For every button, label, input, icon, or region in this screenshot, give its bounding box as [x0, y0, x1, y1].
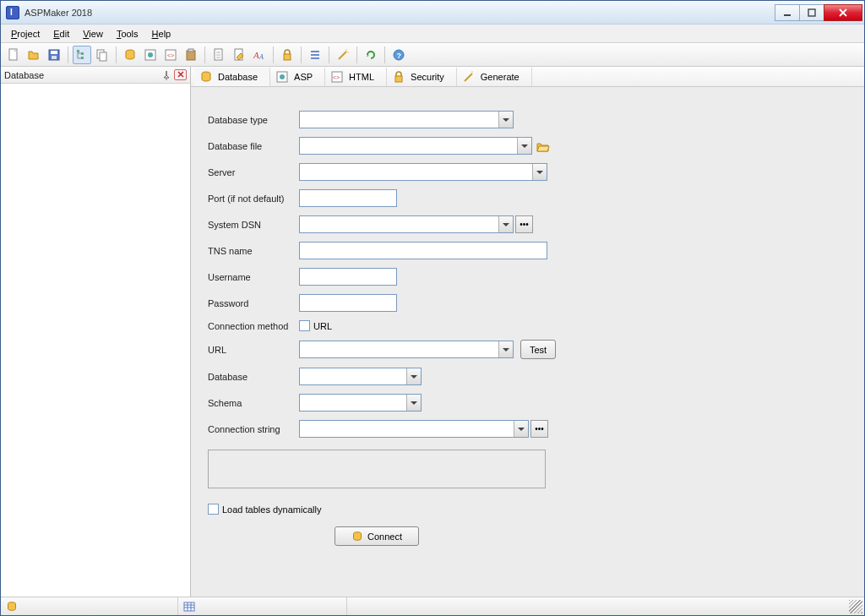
menu-view[interactable]: View	[76, 26, 110, 41]
svg-rect-17	[188, 49, 193, 52]
doc-button[interactable]	[209, 46, 228, 64]
svg-text:<>: <>	[333, 74, 340, 80]
tab-generate[interactable]: Generate	[457, 68, 532, 86]
open-button[interactable]	[24, 46, 43, 64]
document-icon	[212, 48, 226, 62]
conn-string-ellipsis-button[interactable]: •••	[530, 420, 548, 438]
tab-security[interactable]: Security	[387, 68, 457, 86]
database-icon	[6, 601, 18, 613]
conn-string-input[interactable]	[299, 420, 529, 438]
panel-header: Database	[1, 67, 190, 84]
svg-rect-8	[81, 57, 84, 59]
refresh-button[interactable]	[362, 46, 380, 64]
toolbar-separator	[68, 46, 68, 63]
maximize-icon	[808, 8, 816, 17]
font-button[interactable]: AA	[250, 46, 269, 64]
html-button[interactable]: <>	[161, 46, 180, 64]
system-dsn-input[interactable]	[299, 215, 514, 233]
schema-input[interactable]	[299, 394, 422, 412]
toolbar-separator	[356, 46, 357, 63]
database-input[interactable]	[299, 368, 422, 385]
svg-rect-1	[808, 9, 815, 16]
list-button[interactable]	[306, 46, 324, 64]
refresh-icon	[364, 48, 378, 62]
svg-rect-10	[100, 52, 106, 61]
tabbar: Database ASP <> HTML Security Generate	[191, 67, 864, 87]
lock-button[interactable]	[278, 46, 296, 64]
label-url: URL	[208, 345, 299, 355]
table-icon	[183, 601, 195, 613]
label-db-file: Database file	[208, 141, 299, 151]
db-type-input[interactable]	[299, 111, 514, 128]
statusbar	[1, 597, 864, 615]
menu-project[interactable]: Project	[4, 26, 46, 41]
browse-file-button[interactable]	[534, 137, 552, 155]
dsn-ellipsis-button[interactable]: •••	[515, 215, 533, 233]
url-input[interactable]	[299, 341, 514, 358]
copy-button[interactable]	[93, 46, 112, 64]
tree-view-button[interactable]	[73, 46, 91, 64]
db-type-select[interactable]	[299, 111, 514, 128]
schema-select[interactable]	[299, 394, 422, 412]
left-panel: Database	[1, 67, 191, 597]
svg-text:A: A	[253, 50, 259, 60]
password-input[interactable]	[299, 294, 397, 312]
label-username: Username	[208, 272, 299, 282]
svg-rect-33	[184, 602, 194, 611]
chevron-down-icon	[498, 216, 513, 232]
menu-edit[interactable]: Edit	[46, 26, 76, 41]
label-conn-string: Connection string	[208, 424, 299, 434]
db-file-input[interactable]	[299, 137, 532, 155]
toolbar-separator	[384, 46, 385, 63]
status-cell-2	[178, 597, 347, 615]
html-icon: <>	[330, 70, 344, 84]
help-icon: ?	[392, 48, 405, 62]
clipboard-icon	[184, 48, 198, 62]
label-server: Server	[208, 167, 299, 177]
panel-close-button[interactable]	[174, 69, 187, 80]
chevron-down-icon	[532, 164, 547, 180]
wand-button[interactable]	[334, 46, 352, 64]
server-select[interactable]	[299, 163, 547, 181]
main-body: Database Database	[1, 67, 864, 597]
connect-button[interactable]: Connect	[335, 526, 419, 546]
tab-database[interactable]: Database	[194, 68, 270, 86]
tns-input[interactable]	[299, 242, 547, 259]
chevron-down-icon	[406, 368, 421, 384]
username-input[interactable]	[299, 268, 397, 286]
tab-label: HTML	[349, 72, 374, 82]
maximize-button[interactable]	[799, 4, 824, 21]
status-cell-1	[1, 597, 178, 615]
tab-html[interactable]: <> HTML	[325, 68, 387, 86]
tab-label: Generate	[481, 72, 520, 82]
app-icon	[6, 6, 19, 19]
menu-tools[interactable]: Tools	[110, 26, 145, 41]
database-select[interactable]	[299, 368, 422, 385]
label-db-type: Database type	[208, 115, 299, 125]
help-button[interactable]: ?	[389, 46, 408, 64]
new-button[interactable]	[4, 46, 23, 64]
url-checkbox[interactable]	[299, 320, 310, 331]
doc-edit-button[interactable]	[230, 46, 248, 64]
save-button[interactable]	[45, 46, 63, 64]
tab-asp[interactable]: ASP	[270, 68, 325, 86]
url-select[interactable]	[299, 341, 514, 358]
load-dyn-label: Load tables dynamically	[222, 504, 321, 515]
pin-icon[interactable]	[160, 69, 172, 81]
resize-grip[interactable]	[849, 600, 862, 613]
menu-help[interactable]: Help	[145, 26, 178, 41]
db-button[interactable]	[121, 46, 139, 64]
db-file-select[interactable]	[299, 137, 532, 155]
test-button[interactable]: Test	[520, 340, 556, 359]
server-input[interactable]	[299, 163, 547, 181]
conn-string-select[interactable]	[299, 420, 529, 438]
load-dyn-checkbox[interactable]	[208, 504, 219, 515]
close-icon	[838, 8, 848, 18]
minimize-button[interactable]	[775, 4, 800, 21]
system-dsn-select[interactable]	[299, 215, 514, 233]
chevron-down-icon	[514, 421, 528, 437]
port-input[interactable]	[299, 189, 397, 207]
paste-button[interactable]	[182, 46, 200, 64]
asp-button[interactable]	[141, 46, 160, 64]
close-button[interactable]	[824, 4, 862, 21]
